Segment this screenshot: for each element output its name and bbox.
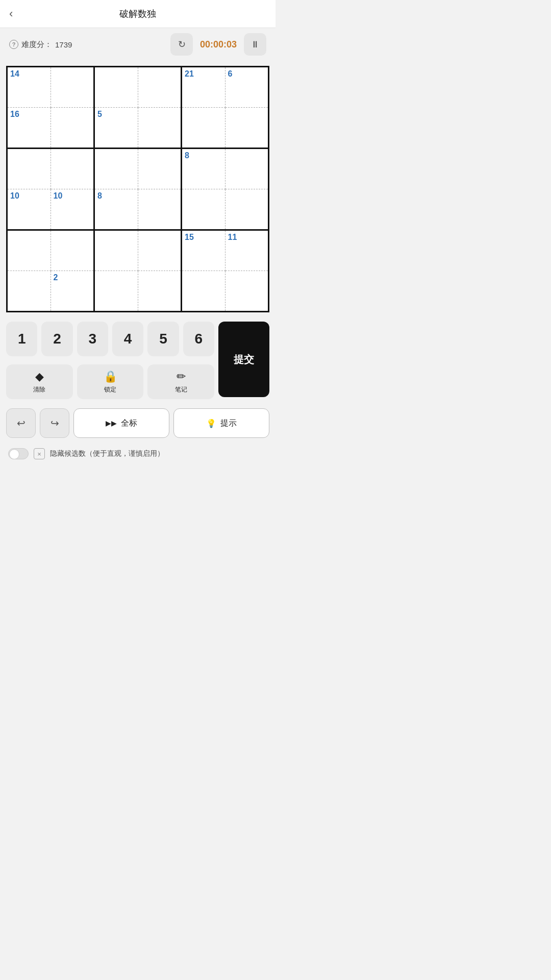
- numpad-section: 123456 ◆ 清除 🔒 锁定 ✏ 笔记 提交: [0, 317, 276, 405]
- cell-r1-c2[interactable]: 5: [94, 108, 138, 149]
- cell-r5-c1[interactable]: 2: [51, 271, 94, 312]
- cell-r5-c5[interactable]: [225, 271, 269, 312]
- hide-candidates-toggle[interactable]: [8, 448, 29, 459]
- toolbar: ? 难度分： 1739 ↻ 00:00:03 ⏸: [0, 28, 276, 61]
- submit-button[interactable]: 提交: [218, 322, 269, 397]
- cell-r4-c1[interactable]: [51, 230, 94, 271]
- cell-r0-c1[interactable]: [51, 67, 94, 108]
- full-label: 全标: [121, 418, 137, 429]
- cell-r0-c2[interactable]: [94, 67, 138, 108]
- difficulty-label: 难度分：: [21, 40, 52, 50]
- cell-r2-c0[interactable]: [7, 149, 51, 189]
- grid-container: 1421616581010815112: [0, 61, 276, 317]
- close-footer-button[interactable]: ×: [34, 448, 45, 459]
- cell-r1-c0[interactable]: 16: [7, 108, 51, 149]
- toolbar-right: ↻ 00:00:03 ⏸: [170, 33, 266, 56]
- cell-r4-c5[interactable]: 11: [225, 230, 269, 271]
- clear-label: 清除: [33, 385, 45, 394]
- cell-r5-c4[interactable]: [182, 271, 226, 312]
- num-btn-2[interactable]: 2: [41, 322, 72, 356]
- lock-button[interactable]: 🔒 锁定: [77, 364, 144, 399]
- full-icon: ▶▶: [106, 419, 117, 427]
- action-bar: ↩ ↪ ▶▶ 全标 💡 提示: [0, 405, 276, 443]
- cell-r0-c4[interactable]: 21: [182, 67, 226, 108]
- cell-r3-c4[interactable]: [182, 189, 226, 230]
- cell-r5-c0[interactable]: [7, 271, 51, 312]
- number-row: 123456: [6, 322, 214, 356]
- cell-r2-c5[interactable]: [225, 149, 269, 189]
- clear-button[interactable]: ◆ 清除: [6, 364, 73, 399]
- cell-r0-c5[interactable]: 6: [225, 67, 269, 108]
- cell-r3-c1[interactable]: 10: [51, 189, 94, 230]
- cell-r4-c4[interactable]: 15: [182, 230, 226, 271]
- redo-button[interactable]: ↪: [40, 408, 69, 438]
- cell-r4-c2[interactable]: [94, 230, 138, 271]
- cell-r3-c5[interactable]: [225, 189, 269, 230]
- num-btn-3[interactable]: 3: [77, 322, 108, 356]
- num-btn-5[interactable]: 5: [147, 322, 179, 356]
- difficulty-value: 1739: [55, 40, 72, 49]
- lock-icon: 🔒: [104, 370, 117, 383]
- undo-button[interactable]: ↩: [6, 408, 36, 438]
- sudoku-grid: 1421616581010815112: [6, 66, 269, 312]
- cell-r2-c3[interactable]: [138, 149, 182, 189]
- num-btn-6[interactable]: 6: [183, 322, 214, 356]
- cell-r3-c0[interactable]: 10: [7, 189, 51, 230]
- refresh-button[interactable]: ↻: [170, 33, 193, 56]
- note-label: 笔记: [175, 385, 187, 394]
- cell-r3-c3[interactable]: [138, 189, 182, 230]
- cell-r2-c2[interactable]: [94, 149, 138, 189]
- hint-button[interactable]: 💡 提示: [173, 408, 269, 438]
- num-btn-1[interactable]: 1: [6, 322, 37, 356]
- cell-r1-c4[interactable]: [182, 108, 226, 149]
- footer-bar: × 隐藏候选数（便于直观，谨慎启用）: [0, 443, 276, 464]
- cell-r2-c1[interactable]: [51, 149, 94, 189]
- clear-icon: ◆: [35, 370, 44, 383]
- difficulty-info: ? 难度分： 1739: [9, 40, 164, 50]
- hint-icon: 💡: [206, 419, 216, 428]
- cell-r3-c2[interactable]: 8: [94, 189, 138, 230]
- back-button[interactable]: ‹: [9, 7, 13, 20]
- cell-r4-c0[interactable]: [7, 230, 51, 271]
- num-btn-4[interactable]: 4: [112, 322, 143, 356]
- note-icon: ✏: [177, 370, 186, 383]
- cell-r5-c2[interactable]: [94, 271, 138, 312]
- cell-r4-c3[interactable]: [138, 230, 182, 271]
- numpad-with-submit: 123456 ◆ 清除 🔒 锁定 ✏ 笔记: [6, 322, 214, 403]
- page-title: 破解数独: [119, 8, 156, 20]
- cell-r1-c1[interactable]: [51, 108, 94, 149]
- hint-label: 提示: [220, 418, 237, 429]
- cell-r0-c0[interactable]: 14: [7, 67, 51, 108]
- cell-r1-c5[interactable]: [225, 108, 269, 149]
- cell-r0-c3[interactable]: [138, 67, 182, 108]
- timer-display: 00:00:03: [198, 39, 239, 50]
- footer-label: 隐藏候选数（便于直观，谨慎启用）: [50, 449, 164, 458]
- cell-r2-c4[interactable]: 8: [182, 149, 226, 189]
- header: ‹ 破解数独: [0, 0, 276, 28]
- help-icon[interactable]: ?: [9, 40, 18, 49]
- numpad-submit-wrap: 123456 ◆ 清除 🔒 锁定 ✏ 笔记 提交: [6, 322, 269, 403]
- cell-r5-c3[interactable]: [138, 271, 182, 312]
- full-mark-button[interactable]: ▶▶ 全标: [73, 408, 169, 438]
- cell-r1-c3[interactable]: [138, 108, 182, 149]
- lock-label: 锁定: [104, 385, 116, 394]
- pause-button[interactable]: ⏸: [244, 33, 266, 56]
- tool-row: ◆ 清除 🔒 锁定 ✏ 笔记: [6, 364, 214, 399]
- note-button[interactable]: ✏ 笔记: [147, 364, 214, 399]
